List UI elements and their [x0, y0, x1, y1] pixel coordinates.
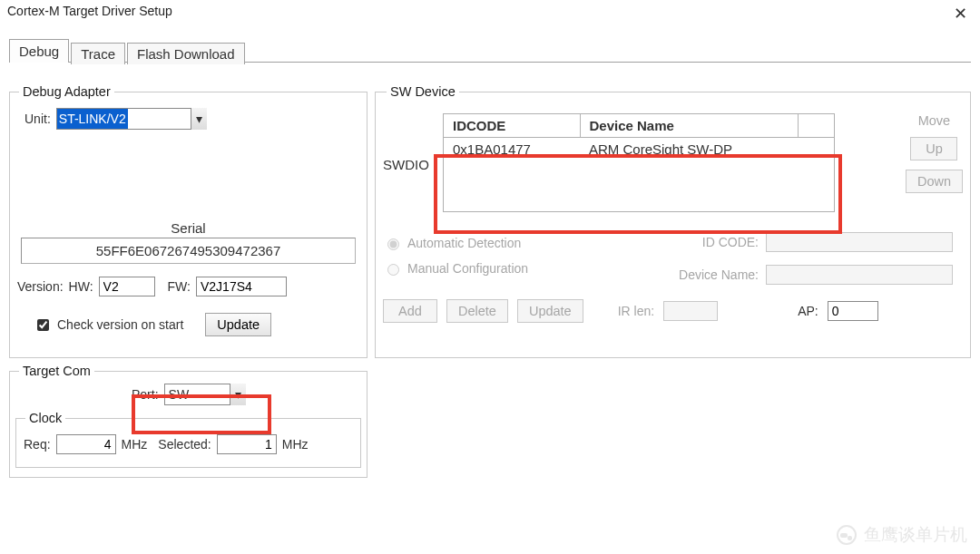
clock-req-field[interactable] [56, 434, 116, 454]
window-titlebar: Cortex-M Target Driver Setup ✕ [0, 0, 980, 25]
watermark: 鱼鹰谈单片机 [837, 523, 967, 547]
device-update-button[interactable]: Update [517, 299, 583, 323]
idcode-label: ID CODE: [668, 235, 759, 249]
move-up-button[interactable]: Up [910, 137, 957, 160]
target-com-group: Target Com Port: SW ▾ Clock Req: MHz Sel… [9, 364, 368, 478]
clock-legend: Clock [25, 411, 65, 425]
clock-group: Clock Req: MHz Selected: MHz [15, 411, 361, 468]
sw-device-group: SW Device SWDIO IDCODE Device Name [375, 84, 971, 358]
device-idcode: 0x1BA01477 [444, 138, 580, 160]
move-label: Move [918, 113, 950, 128]
hw-label: HW: [69, 279, 93, 294]
devname-label: Device Name: [668, 267, 759, 282]
manual-conf-label: Manual Configuration [407, 261, 528, 276]
device-name: ARM CoreSight SW-DP [580, 138, 834, 160]
clock-sel-field[interactable] [217, 434, 277, 454]
delete-button[interactable]: Delete [446, 299, 508, 323]
manual-conf-radio[interactable] [387, 264, 399, 276]
fw-label: FW: [168, 279, 191, 294]
auto-detect-radio[interactable] [387, 238, 399, 250]
idcode-field [766, 232, 953, 252]
target-com-legend: Target Com [19, 364, 94, 378]
add-button[interactable]: Add [383, 299, 437, 323]
tab-trace[interactable]: Trace [71, 43, 125, 64]
auto-detect-label: Automatic Detection [407, 236, 521, 250]
move-down-button[interactable]: Down [906, 170, 963, 193]
unit-label: Unit: [24, 112, 51, 126]
irlen-label: IR len: [618, 304, 654, 318]
wechat-icon [837, 525, 857, 545]
hw-field[interactable] [99, 277, 155, 296]
unit-combo[interactable]: ST-LINK/V2 ▾ [56, 108, 207, 130]
clock-req-label: Req: [24, 437, 51, 452]
version-label: Version: [17, 279, 64, 294]
window-title: Cortex-M Target Driver Setup [7, 4, 172, 18]
sw-device-legend: SW Device [387, 84, 459, 99]
serial-value: 55FF6E067267495309472367 [21, 238, 356, 264]
device-header-row: IDCODE Device Name [444, 114, 834, 137]
devname-field [766, 265, 953, 285]
debug-adapter-group: Debug Adapter Unit: ST-LINK/V2 ▾ Serial … [9, 84, 368, 358]
debug-adapter-legend: Debug Adapter [19, 84, 114, 99]
dropdown-arrow-icon[interactable]: ▾ [191, 108, 207, 130]
serial-label: Serial [21, 220, 356, 236]
dropdown-arrow-icon[interactable]: ▾ [230, 384, 246, 405]
ap-label: AP: [798, 304, 818, 318]
adapter-update-button[interactable]: Update [205, 313, 271, 336]
fw-field[interactable] [196, 277, 287, 296]
port-combo[interactable]: SW ▾ [164, 384, 246, 405]
close-icon[interactable]: ✕ [948, 4, 973, 24]
col-devname: Device Name [580, 114, 798, 137]
clock-sel-unit: MHz [282, 437, 309, 452]
tab-debug[interactable]: Debug [9, 39, 69, 63]
clock-sel-label: Selected: [158, 437, 211, 452]
col-idcode: IDCODE [444, 114, 580, 137]
tab-strip: Debug Trace Flash Download [9, 38, 971, 62]
check-version-label: Check version on start [57, 317, 183, 332]
unit-value: ST-LINK/V2 [57, 109, 128, 129]
port-label: Port: [132, 387, 159, 402]
tab-flash-download[interactable]: Flash Download [127, 43, 245, 64]
clock-req-unit: MHz [122, 437, 148, 452]
ap-field[interactable] [828, 301, 878, 321]
irlen-field [663, 301, 718, 321]
check-version-checkbox[interactable] [37, 319, 49, 331]
swdio-label: SWDIO [383, 113, 434, 172]
device-data-row[interactable]: 0x1BA01477 ARM CoreSight SW-DP [444, 138, 834, 160]
